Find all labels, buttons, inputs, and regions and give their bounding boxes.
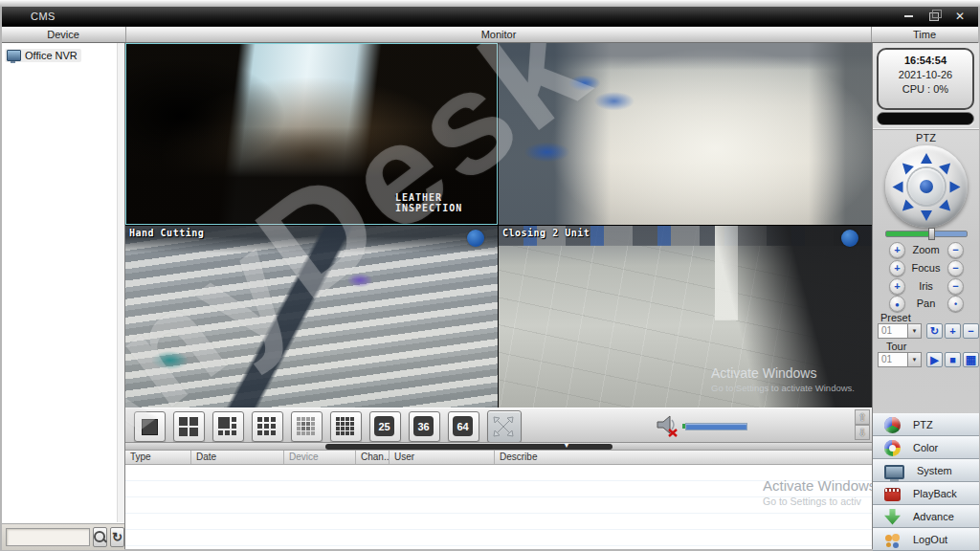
split-16-button[interactable] bbox=[330, 411, 362, 442]
split-13-button[interactable] bbox=[291, 411, 323, 442]
activate-windows-watermark: Activate Windows Go to Settings to activ… bbox=[711, 365, 855, 393]
column-header-user[interactable]: User bbox=[390, 451, 495, 464]
section-header-bar: Device Monitor Time bbox=[2, 26, 978, 43]
control-panel: 16:54:54 2021-10-26 CPU : 0% PTZ + Zoom … bbox=[872, 43, 979, 549]
nvr-device-icon bbox=[7, 50, 21, 61]
column-header-device[interactable]: Device bbox=[284, 451, 356, 464]
preset-select[interactable]: 01 ▼ bbox=[878, 323, 922, 339]
time-display: 16:54:54 2021-10-26 CPU : 0% bbox=[877, 48, 974, 110]
minimize-button[interactable] bbox=[900, 10, 917, 23]
chevron-down-icon[interactable]: ▼ bbox=[907, 324, 921, 338]
device-search-input[interactable] bbox=[6, 528, 90, 546]
split-9-button[interactable] bbox=[252, 411, 283, 442]
tree-scrollbar[interactable] bbox=[117, 43, 124, 522]
camera-view-4-closing-unit[interactable]: Closing 2 Unit Activate Windows Go to Se… bbox=[499, 226, 872, 408]
preset-value: 01 bbox=[881, 325, 892, 336]
ptz-arrow-left-icon[interactable] bbox=[892, 182, 902, 193]
preset-delete-button[interactable]: − bbox=[963, 323, 979, 339]
window-frame-top bbox=[0, 0, 980, 7]
column-header-channel[interactable]: Chan... bbox=[356, 451, 390, 464]
ptz-arrow-up-left-icon[interactable] bbox=[898, 159, 913, 174]
split-1-button[interactable] bbox=[134, 411, 166, 442]
speaker-muted-icon bbox=[654, 412, 680, 439]
column-header-type[interactable]: Type bbox=[125, 451, 191, 464]
tour-setup-button[interactable]: ▦ bbox=[963, 352, 979, 367]
toolbar-scroll-arrows: ⇧ ⇩ bbox=[855, 409, 870, 442]
tour-stop-button[interactable]: ■ bbox=[945, 352, 961, 367]
arrow-up-icon: ⇧ bbox=[858, 411, 866, 424]
menu-system-button[interactable]: System bbox=[873, 459, 979, 482]
log-table-body[interactable]: Activate Windows Go to Settings to activ bbox=[125, 465, 872, 549]
scroll-up-button[interactable]: ⇧ bbox=[855, 409, 870, 425]
grid-25-icon: 25 bbox=[374, 416, 394, 436]
maximize-button[interactable] bbox=[925, 10, 943, 23]
menu-ptz-button[interactable]: PTZ bbox=[873, 413, 979, 436]
stop-icon: ■ bbox=[949, 354, 956, 365]
grid-9-icon bbox=[257, 417, 262, 422]
menu-playback-button[interactable]: PlayBack bbox=[873, 482, 979, 505]
ptz-speed-slider[interactable] bbox=[885, 231, 968, 237]
grid-icon: ▦ bbox=[966, 353, 976, 366]
ptz-direction-pad bbox=[885, 145, 968, 228]
audio-mute-button[interactable] bbox=[654, 412, 680, 443]
search-icon bbox=[94, 531, 105, 542]
device-search-button[interactable] bbox=[93, 527, 107, 547]
column-header-describe[interactable]: Describe bbox=[495, 451, 872, 464]
split-4-button[interactable] bbox=[173, 411, 205, 442]
split-64-button[interactable]: 64 bbox=[448, 411, 479, 442]
focus-far-button[interactable]: − bbox=[947, 260, 964, 276]
iris-control-row: + Iris − bbox=[873, 278, 979, 295]
cms-window: CMS ✕ Device Monitor Time Office NVR ↻ L… bbox=[0, 0, 980, 551]
menu-advance-button[interactable]: Advance bbox=[873, 505, 979, 528]
minimize-icon bbox=[904, 15, 913, 17]
iris-close-button[interactable]: − bbox=[947, 278, 964, 295]
scroll-down-button[interactable]: ⇩ bbox=[855, 425, 870, 440]
camera-view-2[interactable] bbox=[499, 43, 872, 225]
title-bar[interactable]: CMS ✕ bbox=[2, 7, 978, 26]
tab-monitor[interactable]: Monitor bbox=[481, 29, 517, 40]
ptz-arrow-up-icon[interactable] bbox=[921, 153, 932, 164]
split-25-button[interactable]: 25 bbox=[369, 411, 401, 442]
preset-label: Preset bbox=[880, 312, 911, 323]
play-icon: ▶ bbox=[930, 354, 938, 365]
tab-device[interactable]: Device bbox=[47, 29, 79, 40]
ptz-arrow-down-left-icon[interactable] bbox=[898, 200, 913, 215]
tree-item-office-nvr[interactable]: Office NVR bbox=[5, 49, 81, 62]
camera-name-label: Closing 2 Unit bbox=[502, 228, 590, 238]
ptz-center-button[interactable] bbox=[920, 180, 933, 193]
camera-view-3-hand-cutting[interactable]: Hand Cutting bbox=[125, 226, 498, 408]
split-8-button[interactable] bbox=[212, 411, 244, 442]
camera-view-1-leather-inspection[interactable]: LEATHER INSPECTION bbox=[125, 43, 498, 225]
ptz-arrow-up-right-icon[interactable] bbox=[939, 159, 954, 174]
tour-select[interactable]: 01 ▼ bbox=[878, 352, 922, 367]
advance-arrow-icon bbox=[884, 509, 901, 525]
fullscreen-button[interactable] bbox=[487, 410, 522, 443]
ptz-arrow-down-right-icon[interactable] bbox=[939, 200, 954, 215]
refresh-icon: ↻ bbox=[930, 325, 939, 337]
device-name-label: Office NVR bbox=[25, 50, 78, 61]
panel-splitter[interactable]: ▼ bbox=[125, 442, 872, 450]
zoom-out-button[interactable]: − bbox=[947, 242, 964, 258]
ptz-arrow-right-icon[interactable] bbox=[949, 182, 960, 193]
volume-slider[interactable] bbox=[685, 423, 747, 430]
menu-color-button[interactable]: Color bbox=[873, 436, 979, 459]
chevron-down-icon[interactable]: ▼ bbox=[907, 353, 921, 366]
column-header-date[interactable]: Date bbox=[191, 451, 284, 464]
fullscreen-arrows-icon bbox=[491, 414, 516, 439]
menu-logout-button[interactable]: LogOut bbox=[873, 528, 979, 551]
camera-osd-text: LEATHER INSPECTION bbox=[395, 192, 498, 213]
preset-add-button[interactable]: + bbox=[945, 323, 961, 339]
minus-icon: − bbox=[952, 262, 958, 274]
close-button[interactable]: ✕ bbox=[951, 10, 969, 23]
split-36-button[interactable]: 36 bbox=[409, 411, 440, 442]
pan-stop-button[interactable]: • bbox=[947, 296, 964, 312]
minus-icon: − bbox=[952, 244, 958, 255]
tab-time[interactable]: Time bbox=[913, 29, 936, 40]
window-title: CMS bbox=[31, 11, 56, 22]
tour-start-button[interactable]: ▶ bbox=[926, 352, 943, 367]
clock-date: 2021-10-26 bbox=[879, 69, 972, 80]
device-refresh-button[interactable]: ↻ bbox=[110, 527, 124, 547]
preset-goto-button[interactable]: ↻ bbox=[926, 323, 943, 339]
arrow-down-icon: ⇩ bbox=[858, 427, 866, 439]
ptz-arrow-down-icon[interactable] bbox=[921, 210, 932, 221]
